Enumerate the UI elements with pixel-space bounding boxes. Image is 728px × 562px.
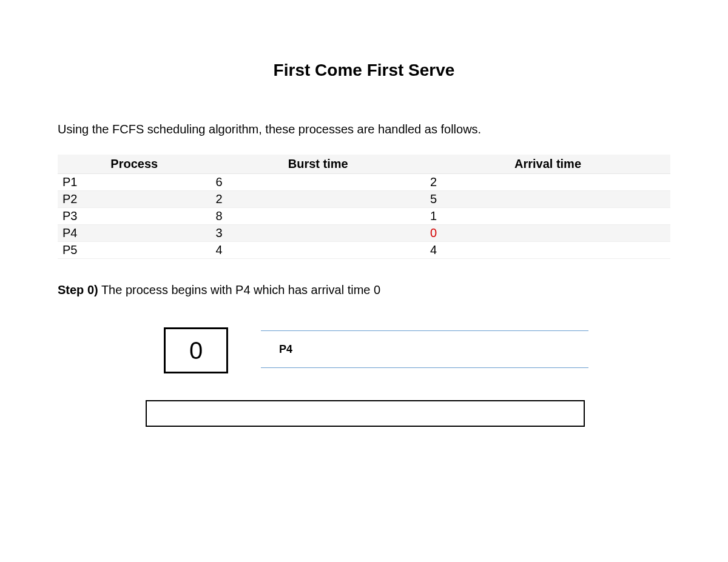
cell-process: P2: [58, 191, 211, 208]
cell-process: P5: [58, 242, 211, 259]
col-arrival: Arrival time: [425, 155, 670, 174]
cell-process: P1: [58, 174, 211, 191]
step-label: Step 0): [58, 283, 98, 296]
cell-burst: 6: [211, 174, 426, 191]
cell-arrival: 5: [425, 191, 670, 208]
table-row: P430: [58, 225, 670, 242]
step-description: Step 0) The process begins with P4 which…: [58, 283, 670, 297]
cell-arrival: 4: [425, 242, 670, 259]
cell-burst: 8: [211, 208, 426, 225]
cell-burst: 2: [211, 191, 426, 208]
page-title: First Come First Serve: [58, 61, 670, 80]
col-process: Process: [58, 155, 211, 174]
col-burst: Burst time: [211, 155, 426, 174]
cell-arrival: 1: [425, 208, 670, 225]
cell-burst: 4: [211, 242, 426, 259]
cell-process: P3: [58, 208, 211, 225]
time-box: 0: [164, 327, 228, 373]
table-row: P381: [58, 208, 670, 225]
table-row: P544: [58, 242, 670, 259]
cell-arrival: 2: [425, 174, 670, 191]
table-row: P162: [58, 174, 670, 191]
cell-burst: 3: [211, 225, 426, 242]
cell-process: P4: [58, 225, 211, 242]
diagram-area: 0 P4: [58, 327, 670, 449]
cell-arrival: 0: [425, 225, 670, 242]
ready-queue: P4: [261, 330, 588, 368]
queue-item: P4: [279, 343, 292, 356]
table-row: P225: [58, 191, 670, 208]
intro-text: Using the FCFS scheduling algorithm, the…: [58, 122, 670, 136]
process-table: Process Burst time Arrival time P162P225…: [58, 155, 670, 259]
step-text: The process begins with P4 which has arr…: [98, 283, 380, 296]
gantt-chart: [146, 400, 585, 427]
